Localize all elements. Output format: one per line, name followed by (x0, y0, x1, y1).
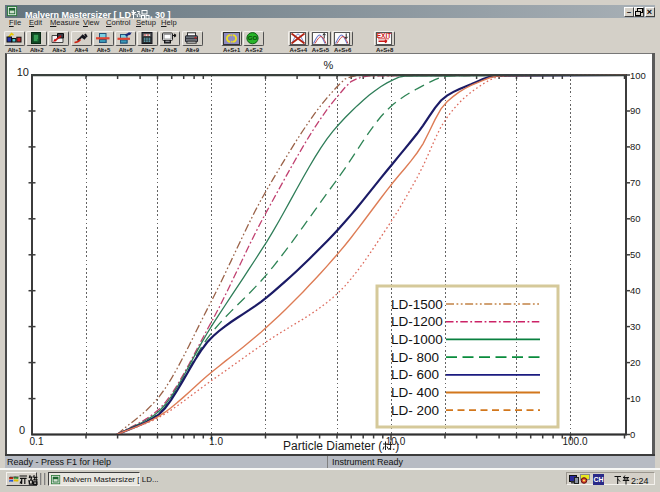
svg-text:80: 80 (630, 141, 641, 152)
svg-text:10: 10 (17, 66, 29, 78)
svg-text:20: 20 (630, 357, 641, 368)
svg-text:100: 100 (630, 70, 646, 81)
svg-text:70: 70 (630, 177, 641, 188)
svg-text:10: 10 (630, 393, 641, 404)
svg-text:0: 0 (19, 424, 25, 436)
svg-text:Particle Diameter (: Particle Diameter ( (283, 439, 382, 453)
svg-text:50: 50 (630, 249, 641, 260)
svg-text:0: 0 (630, 429, 635, 440)
svg-text:0.1: 0.1 (30, 436, 44, 447)
svg-text:LD-1500: LD-1500 (391, 297, 443, 312)
svg-text:LD- 400: LD- 400 (391, 385, 439, 400)
svg-text:90: 90 (630, 105, 641, 116)
svg-text:LD- 600: LD- 600 (391, 367, 439, 382)
svg-text:100.0: 100.0 (562, 436, 587, 447)
svg-text:LD- 800: LD- 800 (391, 350, 439, 365)
svg-text:LD- 200: LD- 200 (391, 403, 439, 418)
svg-text:.): .) (392, 439, 399, 453)
svg-text:%: % (324, 59, 334, 71)
svg-text:LD-1200: LD-1200 (391, 314, 443, 329)
svg-text:60: 60 (630, 213, 641, 224)
svg-text:1.0: 1.0 (209, 436, 223, 447)
svg-text:LD-1000: LD-1000 (391, 332, 443, 347)
svg-text:40: 40 (630, 285, 641, 296)
svg-text:30: 30 (630, 321, 641, 332)
